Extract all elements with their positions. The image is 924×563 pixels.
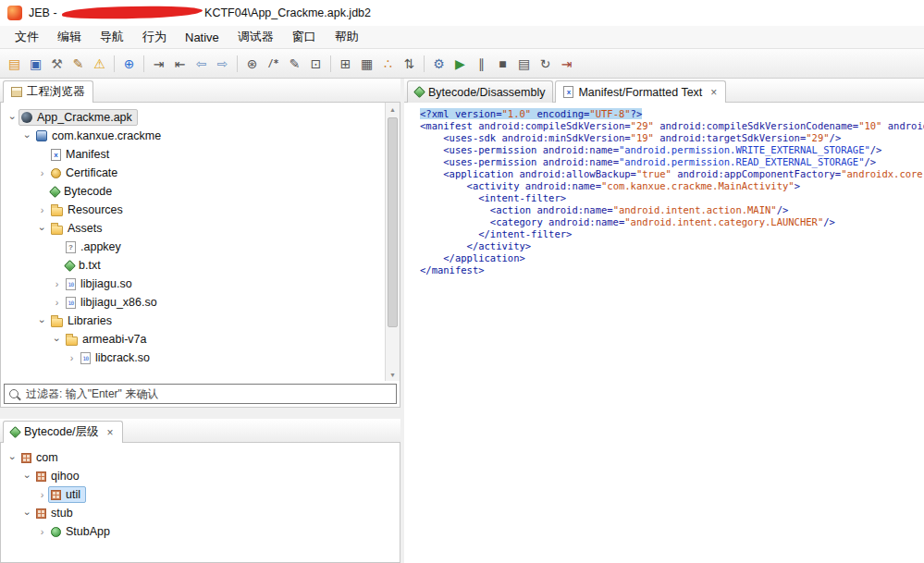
chevron-closed-icon[interactable]: › [36, 490, 48, 500]
horizontal-splitter[interactable] [0, 408, 400, 419]
chevron-closed-icon[interactable]: › [36, 527, 48, 537]
filter-placeholder: 过滤器: 输入"Enter" 来确认 [26, 386, 158, 402]
save-icon[interactable]: ▣ [25, 54, 46, 74]
tree-item-libjiagu-x86-so[interactable]: ›libjiagu_x86.so [1, 293, 385, 312]
tree-item--appkey[interactable]: .appkey [1, 238, 385, 256]
tree-item-stubapp[interactable]: ›StubApp [1, 522, 400, 541]
tree-item-com[interactable]: ›com [1, 448, 400, 467]
tree-item-certificate[interactable]: ›Certificate [1, 164, 385, 182]
tree-item-util[interactable]: ›util [1, 485, 400, 504]
folder-icon [51, 318, 63, 327]
chevron-open-icon[interactable]: › [22, 471, 32, 483]
rename-icon[interactable]: ✎ [284, 54, 305, 74]
chevron-open-icon[interactable]: › [37, 315, 47, 327]
tree-item-selection: Resources [48, 202, 129, 218]
filter-input[interactable]: 过滤器: 输入"Enter" 来确认 [4, 384, 397, 404]
copy-icon[interactable]: ⊡ [305, 54, 326, 74]
menu-item-1[interactable]: 文件 [6, 27, 48, 47]
sort-icon[interactable]: ⇅ [399, 54, 420, 74]
tree-item-manifest[interactable]: Manifest [1, 145, 385, 164]
menu-item-5[interactable]: Native [176, 29, 228, 46]
tree-item-selection: com [18, 449, 64, 466]
chevron-open-icon[interactable]: › [22, 508, 32, 520]
comment-icon[interactable]: /* [263, 54, 284, 74]
tab-manifest-formatted-text[interactable]: Manifest/Formatted Text× [555, 80, 726, 103]
browser-icon[interactable]: ⊕ [118, 54, 140, 74]
chevron-closed-icon[interactable]: › [51, 298, 63, 308]
chevron-open-icon[interactable]: › [7, 452, 18, 464]
tree-item-com-kanxue-crackme[interactable]: ›com.kanxue.crackme [1, 127, 385, 145]
warning-icon[interactable]: ⚠ [89, 54, 110, 74]
table-view-icon[interactable]: ⊞ [335, 54, 356, 74]
tree-item-selection: armeabi-v7a [63, 331, 152, 348]
search-icon [9, 389, 18, 398]
detach-icon[interactable]: ⇥ [556, 54, 577, 74]
debug-stop-icon[interactable]: ■ [492, 54, 513, 74]
chevron-open-icon[interactable]: › [7, 112, 18, 124]
code-line: <manifest android:compileSdkVersion="29"… [420, 120, 924, 132]
scroll-thumb[interactable] [388, 117, 398, 327]
close-icon[interactable]: × [709, 86, 718, 99]
restart-icon[interactable]: ↻ [535, 54, 556, 74]
tree-item-stub[interactable]: ›stub [1, 504, 400, 522]
forward-icon[interactable]: ⇨ [212, 54, 233, 74]
code-line: </manifest> [420, 264, 924, 276]
menu-item-3[interactable]: 导航 [91, 27, 133, 47]
scroll-down-icon[interactable]: ▼ [386, 368, 400, 381]
chevron-open-icon[interactable]: › [22, 130, 32, 142]
tree-item-libcrack-so[interactable]: ›libcrack.so [1, 349, 385, 367]
tree-item-armeabi-v7a[interactable]: ›armeabi-v7a [1, 330, 385, 349]
chevron-open-icon[interactable]: › [52, 334, 62, 346]
tree-item-label: b.txt [79, 259, 101, 272]
tree-item-assets[interactable]: ›Assets [1, 219, 385, 238]
menu-item-7[interactable]: 窗口 [283, 27, 326, 47]
decompile-icon[interactable]: ⊛ [241, 54, 263, 74]
tab-bytecode-hierarchy[interactable]: Bytecode/层级 × [3, 421, 123, 443]
tree-item-selection: com.kanxue.crackme [33, 128, 166, 144]
code-line: </activity> [420, 240, 924, 252]
grid-view-icon[interactable]: ▦ [356, 54, 377, 74]
debug-attach-icon[interactable]: ⚙ [428, 54, 450, 74]
binary-icon [66, 297, 76, 309]
open-icon[interactable]: ▤ [4, 54, 25, 74]
debug-pause-icon[interactable]: ∥ [471, 54, 492, 74]
menu-item-6[interactable]: 调试器 [228, 27, 283, 47]
close-icon[interactable]: × [106, 426, 115, 439]
chevron-closed-icon[interactable]: › [36, 168, 48, 178]
tree-item-bytecode[interactable]: Bytecode [1, 182, 385, 201]
tree-item-qihoo[interactable]: ›qihoo [1, 467, 400, 485]
code-view[interactable]: <?xml version="1.0" encoding="UTF-8"?><m… [404, 103, 924, 563]
jump-out-icon[interactable]: ⇤ [169, 54, 191, 74]
menu-item-4[interactable]: 行为 [133, 27, 176, 47]
code-line: <uses-permission android:name="android.p… [420, 156, 924, 168]
memory-icon[interactable]: ▤ [513, 54, 535, 74]
menu-item-8[interactable]: 帮助 [326, 27, 368, 47]
package-icon [36, 130, 47, 141]
menu-item-2[interactable]: 编辑 [48, 27, 91, 47]
chevron-closed-icon[interactable]: › [66, 353, 78, 363]
back-icon[interactable]: ⇦ [191, 54, 212, 74]
toolbar-separator [114, 55, 115, 72]
chevron-closed-icon[interactable]: › [36, 205, 48, 215]
tree-item-libjiagu-so[interactable]: ›libjiagu.so [1, 275, 385, 293]
project-tree: ›App_Crackme.apk›com.kanxue.crackmeManif… [1, 103, 385, 381]
tree-item-app-crackme-apk[interactable]: ›App_Crackme.apk [1, 108, 385, 127]
chevron-closed-icon[interactable]: › [51, 279, 63, 289]
tab-project-browser[interactable]: 工程浏览器 [3, 80, 93, 103]
scroll-up-icon[interactable]: ▲ [386, 103, 400, 116]
cross-refs-icon[interactable]: ∴ [377, 54, 399, 74]
tab-bytecode-disassembly[interactable]: Bytecode/Disassembly [407, 80, 553, 103]
code-line: <activity android:name="com.kanxue.crack… [420, 180, 924, 192]
tools-icon[interactable]: ⚒ [46, 54, 68, 74]
edit-icon[interactable]: ✎ [68, 54, 89, 74]
jump-in-icon[interactable]: ⇥ [148, 54, 169, 74]
tree-item-b-txt[interactable]: b.txt [1, 256, 385, 275]
chevron-open-icon[interactable]: › [37, 223, 47, 235]
apk-icon [21, 112, 32, 123]
tree-item-resources[interactable]: ›Resources [1, 201, 385, 219]
project-tree-scrollbar[interactable]: ▲ ▼ [385, 103, 400, 381]
code-line: <intent-filter> [420, 192, 924, 204]
debug-run-icon[interactable]: ▶ [450, 54, 471, 74]
jeb-window: JEB - KCTF04\App_Crackme.apk.jdb2 文件编辑导航… [0, 0, 924, 563]
tree-item-libraries[interactable]: ›Libraries [1, 312, 385, 330]
